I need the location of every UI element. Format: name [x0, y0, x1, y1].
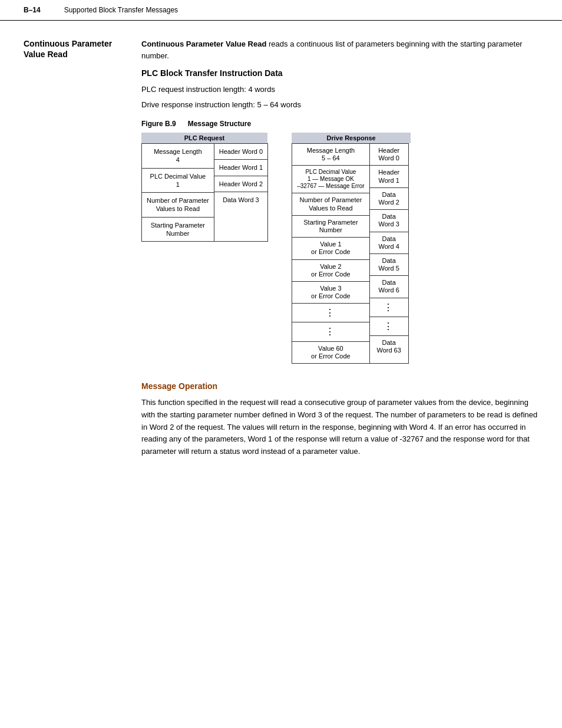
figure-ref: Figure B.9 [141, 120, 176, 128]
drive-data-word-2: DataWord 2 [370, 188, 408, 210]
message-operation-title: Message Operation [141, 381, 538, 391]
left-column: Continuous Parameter Value Read [24, 38, 141, 476]
plc-right-column: Header Word 0 Header Word 1 Header Word … [214, 143, 268, 242]
plc-cell-num-params: Number of ParameterValues to Read [142, 193, 214, 218]
drive-value-3: Value 3or Error Code [292, 282, 369, 304]
drive-header-word-0: HeaderWord 0 [370, 144, 408, 166]
plc-cell-plc-decimal: PLC Decimal Value1 [142, 169, 214, 193]
plc-header-word-0: Header Word 0 [214, 144, 267, 160]
drive-tables: Message Length5 – 64 PLC Decimal Value1 … [292, 143, 411, 364]
drive-response: Drive Response Message Length5 – 64 PLC … [292, 133, 411, 364]
drive-data-word-4: DataWord 4 [370, 232, 408, 254]
drive-data-word-5: DataWord 5 [370, 254, 408, 276]
plc-cell-starting-param: Starting ParameterNumber [142, 218, 214, 242]
drive-value-2: Value 2or Error Code [292, 260, 369, 282]
plc-data-word-3: Data Word 3 [214, 192, 267, 207]
page-ref: B–14 [24, 6, 41, 14]
figure-label: Figure B.9 Message Structure [141, 120, 538, 128]
drive-header-word-1: HeaderWord 1 [370, 166, 408, 187]
plc-header-word-2: Header Word 2 [214, 176, 267, 192]
drive-right-ellipsis-1: ⋮ [370, 298, 408, 317]
section-heading: Continuous Parameter Value Read [24, 38, 130, 60]
drive-right-column: HeaderWord 0 HeaderWord 1 DataWord 2 Dat… [369, 143, 409, 364]
drive-data-word-63: DataWord 63 [370, 336, 408, 357]
drive-num-params: Number of ParameterValues to Read [292, 193, 369, 215]
message-operation-section: Message Operation This function specifie… [141, 381, 538, 476]
drive-value-60: Value 60or Error Code [292, 342, 369, 363]
intro-paragraph: Continuous Parameter Value Read reads a … [141, 38, 538, 61]
plc-cell-message-length: Message Length4 [142, 144, 214, 169]
drive-starting-param: Starting ParameterNumber [292, 216, 369, 238]
diagram-area: PLC Request Message Length4 PLC Decimal … [141, 133, 538, 364]
plc-request-header: PLC Request [141, 133, 267, 143]
plc-section-title: PLC Block Transfer Instruction Data [141, 68, 538, 78]
page-header: B–14 Supported Block Transfer Messages [0, 0, 562, 21]
drive-response-length: Drive response instruction length: 5 – 6… [141, 99, 538, 111]
drive-ellipsis-1: ⋮ [292, 304, 369, 322]
page-content: Continuous Parameter Value Read Continuo… [0, 21, 562, 476]
figure-title: Message Structure [188, 120, 251, 128]
intro-bold: Continuous Parameter Value Read [141, 39, 266, 48]
drive-value-1: Value 1or Error Code [292, 238, 369, 259]
plc-request-length: PLC request instruction length: 4 words [141, 84, 538, 95]
right-column: Continuous Parameter Value Read reads a … [141, 38, 538, 476]
drive-msg-length: Message Length5 – 64 [292, 144, 369, 166]
message-operation-body: This function specified in the request w… [141, 397, 538, 458]
drive-response-header: Drive Response [292, 133, 411, 143]
drive-data-word-6: DataWord 6 [370, 276, 408, 298]
plc-header-word-1: Header Word 1 [214, 160, 267, 176]
drive-data-word-3: DataWord 3 [370, 210, 408, 232]
plc-request-tables: Message Length4 PLC Decimal Value1 Numbe… [141, 143, 268, 242]
drive-left-column: Message Length5 – 64 PLC Decimal Value1 … [292, 143, 369, 364]
plc-left-column: Message Length4 PLC Decimal Value1 Numbe… [141, 143, 214, 242]
drive-ellipsis-2: ⋮ [292, 322, 369, 341]
drive-right-ellipsis-2: ⋮ [370, 317, 408, 336]
page-title: Supported Block Transfer Messages [64, 6, 178, 14]
plc-request: PLC Request Message Length4 PLC Decimal … [141, 133, 268, 364]
drive-plc-decimal: PLC Decimal Value1 — Message OK–32767 — … [292, 166, 369, 193]
